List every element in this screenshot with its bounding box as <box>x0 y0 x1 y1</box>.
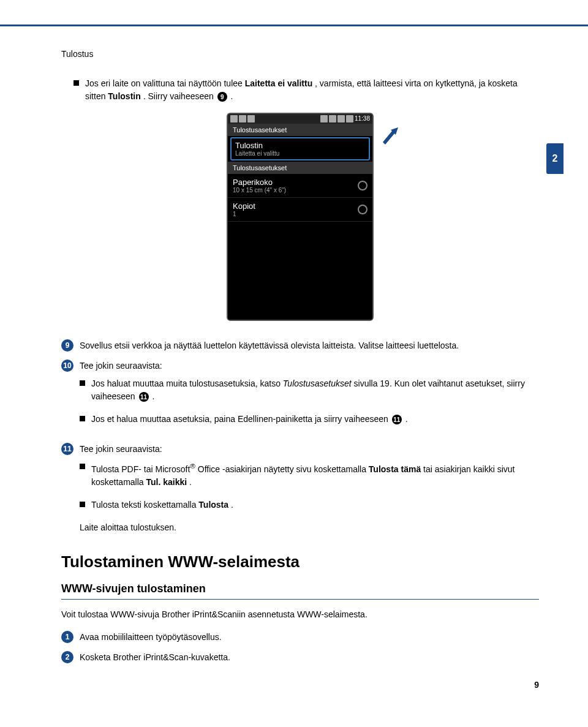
text: . <box>189 477 192 487</box>
list-item: Jos haluat muuttaa muita tulostusasetuks… <box>80 377 539 403</box>
square-bullet-icon <box>80 416 85 421</box>
heading-browser-print: Tulostaminen WWW-selaimesta <box>61 552 539 571</box>
text: . <box>231 500 233 510</box>
list-item: Tulosta PDF- tai Microsoft® Office -asia… <box>80 461 539 489</box>
text: Jos haluat muuttaa muita tulostusasetuks… <box>91 379 283 388</box>
step-text: Sovellus etsii verkkoa ja näyttää luette… <box>80 339 539 352</box>
phone-section-title: Tulostusasetukset <box>228 162 372 174</box>
radio-icon <box>358 205 368 214</box>
step-number-icon: 10 <box>61 360 74 372</box>
row-sublabel: Laitetta ei valittu <box>235 150 279 157</box>
text-italic: Tulostusasetukset <box>283 379 352 388</box>
phone-empty-area <box>228 222 372 320</box>
text: . <box>231 91 233 101</box>
browser-intro: Voit tulostaa WWW-sivuja Brother iPrint&… <box>61 608 539 621</box>
step-intro: Tee jokin seuraavista: <box>80 443 539 456</box>
phone-row-copies: Kopiot 1 <box>228 198 372 222</box>
square-bullet-icon <box>74 80 79 86</box>
step-number-icon: 2 <box>61 651 74 663</box>
top-note: Jos eri laite on valittuna tai näyttöön … <box>61 77 539 103</box>
page-number: 9 <box>534 680 539 690</box>
callout-arrow-icon <box>380 125 404 152</box>
text: Tulosta teksti koskettamalla <box>91 500 198 510</box>
browser-step-2: 2 Kosketa Brother iPrint&Scan-kuvaketta. <box>61 651 539 664</box>
square-bullet-icon <box>80 380 85 386</box>
section-header: Tulostus <box>61 49 539 59</box>
subheading-www-pages: WWW-sivujen tulostaminen <box>61 582 539 600</box>
text: Jos et halua muuttaa asetuksia, paina Ed… <box>91 414 391 424</box>
text: Office -asiakirjan näytetty sivu koskett… <box>198 464 369 474</box>
step-number-icon: 1 <box>61 631 74 643</box>
list-item: Jos et halua muuttaa asetuksia, paina Ed… <box>80 413 539 426</box>
text: . <box>152 391 154 401</box>
signal-icon <box>337 115 345 122</box>
wifi-icon <box>329 115 336 122</box>
phone-statusbar: 11:38 <box>228 114 372 124</box>
text-bold: Tulosta tämä <box>369 464 421 474</box>
radio-icon <box>358 181 368 190</box>
text-bold: Tulostin <box>108 91 140 101</box>
row-label: Tulostin <box>235 141 279 150</box>
step-intro: Tee jokin seuraavista: <box>80 360 539 372</box>
page-content: Tulostus Jos eri laite on valittuna tai … <box>0 0 588 708</box>
browser-step-1: 1 Avaa mobiililaitteen työpöytäsovellus. <box>61 631 539 644</box>
list-item: Tulosta teksti koskettamalla Tulosta . <box>80 499 539 511</box>
phone-screenshot-wrap: 11:38 Tulostusasetukset Tulostin Laitett… <box>61 113 539 321</box>
row-label: Paperikoko <box>233 178 286 187</box>
status-icon <box>230 115 238 122</box>
step-10: 10 Tee jokin seuraavista: Jos haluat muu… <box>61 360 539 435</box>
registered-icon: ® <box>190 462 195 470</box>
text-bold: Laitetta ei valittu <box>245 78 312 88</box>
row-label: Kopiot <box>233 202 255 211</box>
step-ref-icon: 9 <box>217 92 227 102</box>
chapter-tab: 2 <box>546 143 564 174</box>
step-ref-icon: 11 <box>392 415 402 424</box>
bluetooth-icon <box>320 115 328 122</box>
status-icon <box>247 115 255 122</box>
step-11: 11 Tee jokin seuraavista: Tulosta PDF- t… <box>61 443 539 534</box>
step-text: Kosketa Brother iPrint&Scan-kuvaketta. <box>80 651 539 664</box>
step-number-icon: 11 <box>61 443 74 455</box>
text-bold: Tulosta <box>198 500 228 510</box>
status-icon <box>239 115 246 122</box>
square-bullet-icon <box>80 502 85 507</box>
row-sublabel: 10 x 15 cm (4" x 6") <box>233 187 286 194</box>
text: . <box>405 414 408 424</box>
phone-screenshot: 11:38 Tulostusasetukset Tulostin Laitett… <box>227 113 374 321</box>
battery-icon <box>346 115 353 122</box>
text: Jos eri laite on valittuna tai näyttöön … <box>85 78 245 88</box>
text-bold: Tul. kaikki <box>146 477 187 487</box>
step-number-icon: 9 <box>61 339 74 352</box>
step-ref-icon: 11 <box>139 392 149 402</box>
text: Tulosta PDF- tai Microsoft <box>91 464 190 474</box>
step-9: 9 Sovellus etsii verkkoa ja näyttää luet… <box>61 339 539 352</box>
row-sublabel: 1 <box>233 211 255 217</box>
step-text: Avaa mobiililaitteen työpöytäsovellus. <box>80 631 539 644</box>
phone-row-paper: Paperikoko 10 x 15 cm (4" x 6") <box>228 174 372 198</box>
square-bullet-icon <box>80 464 85 469</box>
step-outro: Laite aloittaa tulostuksen. <box>80 521 539 534</box>
text: . Siirry vaiheeseen <box>143 91 216 101</box>
phone-row-printer: Tulostin Laitetta ei valittu <box>230 137 370 160</box>
phone-time: 11:38 <box>355 115 370 122</box>
phone-screen-title: Tulostusasetukset <box>228 124 372 136</box>
svg-marker-0 <box>383 127 398 145</box>
